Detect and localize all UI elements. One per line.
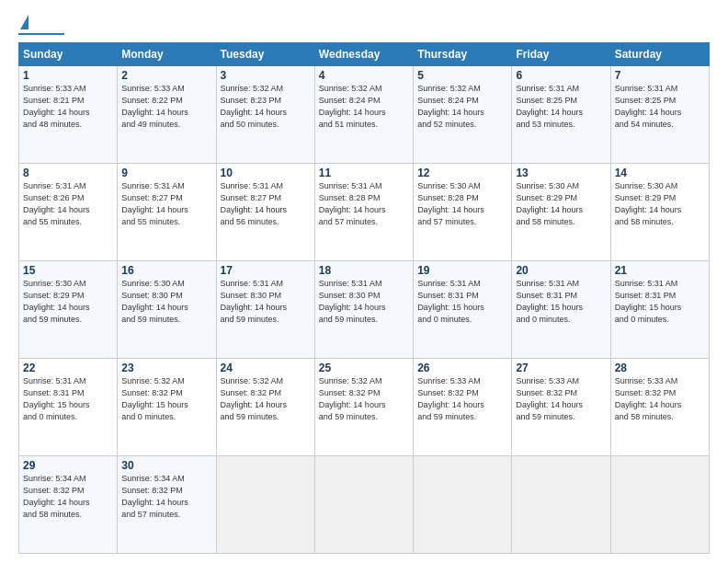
calendar-day-cell: 22Sunrise: 5:31 AM Sunset: 8:31 PM Dayli… <box>19 359 118 456</box>
day-info: Sunrise: 5:31 AM Sunset: 8:30 PM Dayligh… <box>221 278 311 326</box>
day-number: 18 <box>319 264 409 277</box>
day-info: Sunrise: 5:31 AM Sunset: 8:30 PM Dayligh… <box>319 278 409 326</box>
calendar-header-wednesday: Wednesday <box>314 43 413 66</box>
calendar-day-cell: 16Sunrise: 5:30 AM Sunset: 8:30 PM Dayli… <box>118 261 216 359</box>
day-number: 23 <box>121 362 211 374</box>
calendar-day-cell: 10Sunrise: 5:31 AM Sunset: 8:27 PM Dayli… <box>216 164 314 261</box>
calendar-day-cell: 11Sunrise: 5:31 AM Sunset: 8:28 PM Dayli… <box>314 164 413 261</box>
calendar-day-cell <box>414 456 512 554</box>
day-info: Sunrise: 5:32 AM Sunset: 8:24 PM Dayligh… <box>417 83 507 131</box>
calendar-day-cell <box>610 456 709 554</box>
calendar-day-cell: 13Sunrise: 5:30 AM Sunset: 8:29 PM Dayli… <box>512 164 610 261</box>
header <box>18 15 710 35</box>
day-number: 25 <box>319 362 409 374</box>
day-number: 24 <box>221 362 311 374</box>
logo-triangle-icon <box>20 15 28 29</box>
day-info: Sunrise: 5:32 AM Sunset: 8:32 PM Dayligh… <box>319 375 409 423</box>
day-number: 10 <box>221 167 311 179</box>
day-number: 13 <box>516 167 606 179</box>
day-info: Sunrise: 5:32 AM Sunset: 8:23 PM Dayligh… <box>221 83 311 131</box>
day-number: 4 <box>319 69 409 82</box>
calendar-day-cell: 25Sunrise: 5:32 AM Sunset: 8:32 PM Dayli… <box>314 359 413 456</box>
day-info: Sunrise: 5:33 AM Sunset: 8:32 PM Dayligh… <box>417 375 507 423</box>
day-number: 14 <box>615 167 705 179</box>
day-number: 20 <box>516 264 606 277</box>
calendar-day-cell: 28Sunrise: 5:33 AM Sunset: 8:32 PM Dayli… <box>610 359 709 456</box>
calendar-day-cell: 29Sunrise: 5:34 AM Sunset: 8:32 PM Dayli… <box>19 456 118 554</box>
day-number: 19 <box>417 264 507 277</box>
calendar-week-row: 22Sunrise: 5:31 AM Sunset: 8:31 PM Dayli… <box>19 359 710 456</box>
calendar-week-row: 1Sunrise: 5:33 AM Sunset: 8:21 PM Daylig… <box>19 66 710 164</box>
day-info: Sunrise: 5:31 AM Sunset: 8:27 PM Dayligh… <box>221 180 311 228</box>
calendar-day-cell: 23Sunrise: 5:32 AM Sunset: 8:32 PM Dayli… <box>118 359 216 456</box>
day-number: 29 <box>23 459 113 472</box>
day-info: Sunrise: 5:31 AM Sunset: 8:31 PM Dayligh… <box>23 375 113 423</box>
day-info: Sunrise: 5:31 AM Sunset: 8:25 PM Dayligh… <box>516 83 606 131</box>
day-number: 5 <box>417 69 507 82</box>
day-info: Sunrise: 5:32 AM Sunset: 8:32 PM Dayligh… <box>121 375 211 423</box>
calendar-day-cell: 7Sunrise: 5:31 AM Sunset: 8:25 PM Daylig… <box>610 66 709 164</box>
calendar-day-cell: 26Sunrise: 5:33 AM Sunset: 8:32 PM Dayli… <box>414 359 512 456</box>
day-number: 8 <box>23 167 113 179</box>
calendar-day-cell: 3Sunrise: 5:32 AM Sunset: 8:23 PM Daylig… <box>216 66 314 164</box>
day-info: Sunrise: 5:31 AM Sunset: 8:28 PM Dayligh… <box>319 180 409 228</box>
day-number: 30 <box>121 459 211 472</box>
day-number: 12 <box>417 167 507 179</box>
logo-underline <box>18 33 64 35</box>
calendar-day-cell: 5Sunrise: 5:32 AM Sunset: 8:24 PM Daylig… <box>414 66 512 164</box>
day-info: Sunrise: 5:30 AM Sunset: 8:30 PM Dayligh… <box>121 278 211 326</box>
calendar-header-thursday: Thursday <box>414 43 512 66</box>
day-info: Sunrise: 5:31 AM Sunset: 8:31 PM Dayligh… <box>516 278 606 326</box>
day-number: 22 <box>23 362 113 374</box>
calendar-day-cell: 20Sunrise: 5:31 AM Sunset: 8:31 PM Dayli… <box>512 261 610 359</box>
day-number: 6 <box>516 69 606 82</box>
day-number: 28 <box>615 362 705 374</box>
day-info: Sunrise: 5:31 AM Sunset: 8:31 PM Dayligh… <box>417 278 507 326</box>
logo <box>18 15 64 35</box>
calendar-day-cell: 9Sunrise: 5:31 AM Sunset: 8:27 PM Daylig… <box>118 164 216 261</box>
day-info: Sunrise: 5:30 AM Sunset: 8:29 PM Dayligh… <box>23 278 113 326</box>
day-number: 7 <box>615 69 705 82</box>
calendar-header-row: SundayMondayTuesdayWednesdayThursdayFrid… <box>19 43 710 66</box>
day-number: 3 <box>221 69 311 82</box>
calendar-day-cell <box>512 456 610 554</box>
day-info: Sunrise: 5:33 AM Sunset: 8:21 PM Dayligh… <box>23 83 113 131</box>
day-info: Sunrise: 5:33 AM Sunset: 8:32 PM Dayligh… <box>516 375 606 423</box>
day-info: Sunrise: 5:33 AM Sunset: 8:22 PM Dayligh… <box>121 83 211 131</box>
calendar-day-cell: 8Sunrise: 5:31 AM Sunset: 8:26 PM Daylig… <box>19 164 118 261</box>
day-number: 16 <box>121 264 211 277</box>
calendar-week-row: 8Sunrise: 5:31 AM Sunset: 8:26 PM Daylig… <box>19 164 710 261</box>
calendar-day-cell: 15Sunrise: 5:30 AM Sunset: 8:29 PM Dayli… <box>19 261 118 359</box>
day-info: Sunrise: 5:32 AM Sunset: 8:24 PM Dayligh… <box>319 83 409 131</box>
calendar-header-monday: Monday <box>118 43 216 66</box>
calendar-day-cell: 17Sunrise: 5:31 AM Sunset: 8:30 PM Dayli… <box>216 261 314 359</box>
calendar-day-cell: 19Sunrise: 5:31 AM Sunset: 8:31 PM Dayli… <box>414 261 512 359</box>
day-info: Sunrise: 5:30 AM Sunset: 8:29 PM Dayligh… <box>516 180 606 228</box>
calendar: SundayMondayTuesdayWednesdayThursdayFrid… <box>18 42 710 554</box>
day-info: Sunrise: 5:33 AM Sunset: 8:32 PM Dayligh… <box>615 375 705 423</box>
calendar-day-cell: 30Sunrise: 5:34 AM Sunset: 8:32 PM Dayli… <box>118 456 216 554</box>
day-info: Sunrise: 5:31 AM Sunset: 8:26 PM Dayligh… <box>23 180 113 228</box>
day-number: 2 <box>121 69 211 82</box>
calendar-day-cell: 18Sunrise: 5:31 AM Sunset: 8:30 PM Dayli… <box>314 261 413 359</box>
day-number: 21 <box>615 264 705 277</box>
day-info: Sunrise: 5:34 AM Sunset: 8:32 PM Dayligh… <box>23 473 113 521</box>
calendar-day-cell: 4Sunrise: 5:32 AM Sunset: 8:24 PM Daylig… <box>314 66 413 164</box>
calendar-header-friday: Friday <box>512 43 610 66</box>
calendar-header-sunday: Sunday <box>19 43 118 66</box>
day-number: 27 <box>516 362 606 374</box>
day-number: 11 <box>319 167 409 179</box>
calendar-week-row: 29Sunrise: 5:34 AM Sunset: 8:32 PM Dayli… <box>19 456 710 554</box>
calendar-day-cell: 24Sunrise: 5:32 AM Sunset: 8:32 PM Dayli… <box>216 359 314 456</box>
calendar-day-cell: 21Sunrise: 5:31 AM Sunset: 8:31 PM Dayli… <box>610 261 709 359</box>
calendar-week-row: 15Sunrise: 5:30 AM Sunset: 8:29 PM Dayli… <box>19 261 710 359</box>
calendar-day-cell: 1Sunrise: 5:33 AM Sunset: 8:21 PM Daylig… <box>19 66 118 164</box>
calendar-header-saturday: Saturday <box>610 43 709 66</box>
day-info: Sunrise: 5:32 AM Sunset: 8:32 PM Dayligh… <box>221 375 311 423</box>
calendar-day-cell: 6Sunrise: 5:31 AM Sunset: 8:25 PM Daylig… <box>512 66 610 164</box>
calendar-day-cell: 27Sunrise: 5:33 AM Sunset: 8:32 PM Dayli… <box>512 359 610 456</box>
day-info: Sunrise: 5:30 AM Sunset: 8:28 PM Dayligh… <box>417 180 507 228</box>
calendar-day-cell: 2Sunrise: 5:33 AM Sunset: 8:22 PM Daylig… <box>118 66 216 164</box>
day-info: Sunrise: 5:30 AM Sunset: 8:29 PM Dayligh… <box>615 180 705 228</box>
calendar-day-cell <box>314 456 413 554</box>
